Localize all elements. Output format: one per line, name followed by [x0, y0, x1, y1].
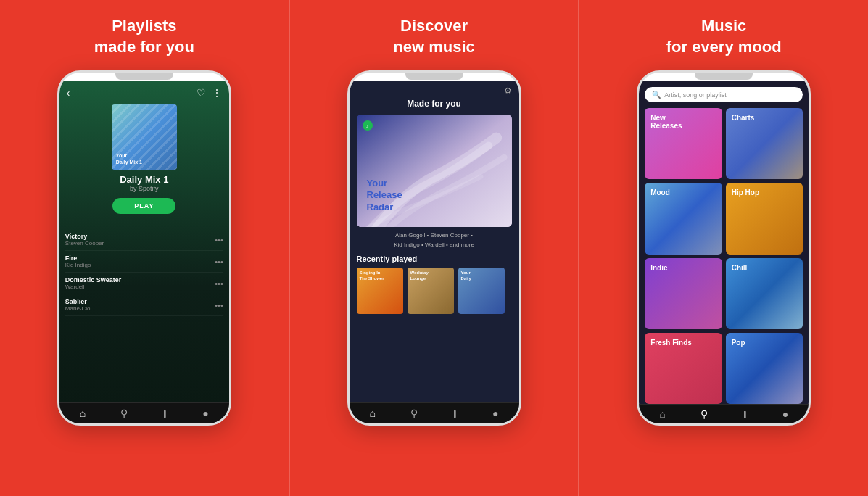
phone-frame-1: ‹ ♡ ⋮ Your Daily Mix 1 Daily Mix 1 by Sp… — [57, 70, 231, 426]
category-label: Hip Hop — [732, 189, 759, 197]
p1-bottom-nav: ⌂ ⚲ ⫿ ● — [59, 402, 229, 423]
category-tile[interactable]: New Releases — [645, 108, 722, 179]
recent-card-label: Your Daily — [461, 270, 471, 282]
heart-icon[interactable]: ♡ — [197, 87, 206, 99]
category-label: New Releases — [650, 114, 682, 130]
song-more-icon[interactable]: ••• — [215, 236, 223, 244]
spotify-nav-icon-3[interactable]: ● — [782, 408, 788, 420]
category-label: Indie — [650, 264, 667, 272]
home-nav-icon-3[interactable]: ⌂ — [659, 408, 665, 420]
song-info: Victory Steven Cooper — [65, 233, 104, 247]
spotify-nav-icon-2[interactable]: ● — [492, 408, 498, 419]
p2-topbar: ⚙ — [350, 81, 519, 99]
library-nav-icon-3[interactable]: ⫿ — [743, 408, 748, 420]
song-more-icon[interactable]: ••• — [215, 301, 223, 310]
song-name: Domestic Sweater — [65, 276, 122, 284]
library-nav-icon[interactable]: ⫿ — [162, 408, 168, 419]
recently-played-title: Recently played — [350, 255, 519, 263]
recent-card[interactable]: Your Daily — [458, 268, 505, 314]
song-artist: Marie-Clo — [65, 305, 91, 312]
panel2-title: Discover new music — [393, 16, 474, 57]
song-info: Fire Kid Indigo — [65, 255, 91, 268]
categories-grid: New ReleasesChartsMoodHip HopIndieChillF… — [639, 108, 809, 404]
panel-discover: Discover new music ⚙ Made for you — [289, 0, 580, 496]
spotify-logo-dot: ♪ — [363, 120, 373, 131]
phone-notch-2 — [405, 73, 463, 80]
release-radar-card[interactable]: ♪ Your Release Radar — [357, 115, 512, 227]
search-nav-icon-2[interactable]: ⚲ — [410, 408, 418, 419]
album-area: Your Daily Mix 1 Daily Mix 1 by Spotify … — [59, 102, 229, 226]
settings-icon[interactable]: ⚙ — [504, 86, 512, 96]
song-more-icon[interactable]: ••• — [215, 279, 223, 288]
phone-notch-1 — [115, 73, 173, 80]
library-nav-icon-2[interactable]: ⫿ — [452, 408, 458, 419]
song-artist: Steven Cooper — [65, 240, 104, 247]
category-label: Chill — [732, 264, 748, 272]
category-tile[interactable]: Chill — [726, 258, 803, 329]
category-label: Mood — [650, 189, 670, 197]
p1-screen: ‹ ♡ ⋮ Your Daily Mix 1 Daily Mix 1 by Sp… — [59, 81, 229, 423]
topbar-right: ♡ ⋮ — [197, 87, 222, 99]
song-name: Victory — [65, 233, 104, 240]
song-artist: Wardell — [65, 284, 122, 290]
track-title: Daily Mix 1 — [120, 174, 168, 185]
category-tile[interactable]: Hip Hop — [726, 183, 803, 254]
song-item[interactable]: Domestic Sweater Wardell ••• — [65, 273, 223, 294]
release-radar-label: Your Release Radar — [367, 178, 402, 215]
album-art: Your Daily Mix 1 — [112, 104, 177, 170]
search-bar[interactable]: 🔍 Artist, song or playlist — [645, 87, 803, 102]
category-label: Charts — [732, 114, 755, 122]
recent-row: Singing In The ShowerWorkday LoungeYour … — [350, 268, 519, 314]
divider — [65, 226, 223, 226]
song-item[interactable]: Fire Kid Indigo ••• — [65, 251, 223, 273]
recent-card-label: Workday Lounge — [410, 270, 429, 282]
song-item[interactable]: Sablier Marie-Clo ••• — [65, 294, 223, 316]
song-info: Sablier Marie-Clo — [65, 298, 91, 312]
search-nav-icon-3[interactable]: ⚲ — [700, 408, 708, 420]
play-button[interactable]: PLAY — [112, 198, 175, 214]
panel3-title: Music for every mood — [666, 16, 782, 57]
phone-notch-3 — [695, 73, 753, 80]
search-placeholder: Artist, song or playlist — [664, 91, 727, 99]
track-artist: by Spotify — [130, 185, 159, 192]
category-tile[interactable]: Pop — [726, 333, 803, 404]
home-nav-icon[interactable]: ⌂ — [80, 408, 86, 419]
made-for-you-title: Made for you — [350, 99, 519, 109]
search-nav-icon[interactable]: ⚲ — [120, 408, 128, 419]
song-item[interactable]: Victory Steven Cooper ••• — [65, 229, 223, 251]
p1-topbar: ‹ ♡ ⋮ — [59, 81, 229, 102]
category-tile[interactable]: Indie — [645, 258, 722, 329]
category-label: Pop — [732, 339, 745, 347]
panel1-title: Playlists made for you — [94, 16, 194, 57]
panel-mood: Music for every mood 🔍 Artist, song or p… — [579, 0, 868, 496]
recent-card-label: Singing In The Shower — [360, 270, 384, 282]
more-icon[interactable]: ⋮ — [212, 87, 222, 99]
artists-text: Alan Gogoll • Steven Cooper • Kid Indigo… — [350, 231, 519, 250]
category-tile[interactable]: Charts — [726, 108, 803, 179]
song-info: Domestic Sweater Wardell — [65, 276, 122, 290]
home-nav-icon-2[interactable]: ⌂ — [370, 408, 376, 419]
song-list: Victory Steven Cooper ••• Fire Kid Indig… — [59, 229, 229, 402]
panel-playlists: Playlists made for you ‹ ♡ ⋮ Your Daily … — [0, 0, 289, 496]
p2-bottom-nav: ⌂ ⚲ ⫿ ● — [350, 402, 519, 423]
phone-frame-2: ⚙ Made for you — [347, 70, 521, 426]
song-artist: Kid Indigo — [65, 262, 91, 268]
song-name: Fire — [65, 255, 91, 262]
p3-bottom-nav: ⌂ ⚲ ⫿ ● — [639, 404, 809, 423]
back-icon[interactable]: ‹ — [67, 87, 70, 99]
spotify-nav-icon[interactable]: ● — [202, 408, 208, 419]
p3-screen: 🔍 Artist, song or playlist New ReleasesC… — [639, 81, 809, 423]
category-label: Fresh Finds — [650, 339, 692, 347]
category-tile[interactable]: Fresh Finds — [645, 333, 722, 404]
song-name: Sablier — [65, 298, 91, 305]
p2-screen: ⚙ Made for you — [350, 81, 519, 423]
category-tile[interactable]: Mood — [645, 183, 722, 254]
song-more-icon[interactable]: ••• — [215, 257, 223, 266]
recent-card[interactable]: Singing In The Shower — [357, 268, 403, 314]
phone-frame-3: 🔍 Artist, song or playlist New ReleasesC… — [637, 70, 811, 426]
search-icon: 🔍 — [652, 91, 661, 99]
recent-card[interactable]: Workday Lounge — [408, 268, 454, 314]
album-label: Your Daily Mix 1 — [116, 153, 142, 165]
